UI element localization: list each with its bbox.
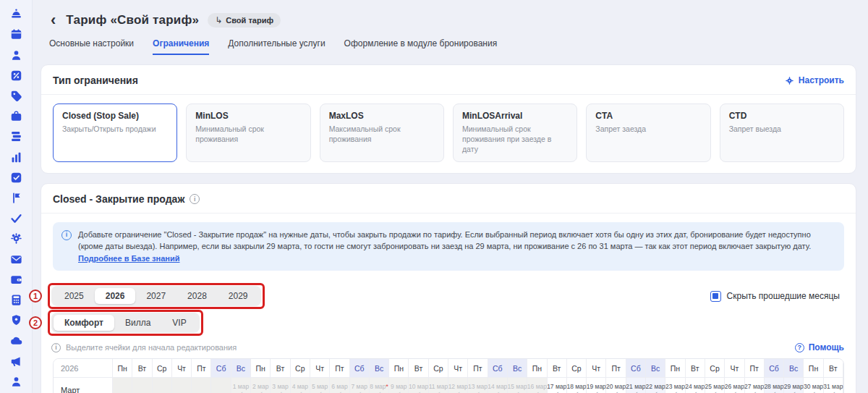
tag-icon[interactable] (9, 89, 23, 103)
date-label: 29 мар (784, 383, 804, 390)
announcement-icon[interactable] (9, 354, 23, 368)
calendar-day-cell[interactable]: 20 мар✓ (606, 378, 626, 393)
room-tab-villa[interactable]: Вилла (114, 315, 161, 331)
inbox-icon[interactable] (9, 252, 23, 266)
tab-booking-module[interactable]: Оформление в модуле бронирования (344, 38, 498, 55)
calendar-day-cell[interactable]: 8 мар*✓ (370, 378, 389, 393)
open-checkmark-icon: ✓ (277, 391, 283, 393)
tab-extra-services[interactable]: Дополнительные услуги (228, 38, 325, 55)
calendar-day-cell[interactable]: 26 мар✓ (725, 378, 744, 393)
calendar-day-cell[interactable]: 14 мар✓ (488, 378, 508, 393)
calendar-day-cell[interactable]: 6 мар✓ (330, 378, 349, 393)
calendar-day-cell[interactable]: 23 мар✓ (665, 378, 685, 393)
open-checkmark-icon: ✓ (357, 391, 362, 393)
wallet-icon[interactable] (9, 273, 23, 287)
calendar-day-cell[interactable]: 5 мар✓ (310, 378, 330, 393)
guests-icon[interactable] (9, 48, 23, 62)
calendar-day-cell[interactable]: 11 мар✓ (429, 378, 448, 393)
calendar-icon[interactable] (9, 28, 23, 41)
calendar-day-cell[interactable]: 4 мар✓ (291, 378, 310, 393)
analytics-icon[interactable] (9, 150, 23, 164)
closed-section-title: Closed - Закрытие продаж i (53, 193, 200, 205)
calendar-weekday-header: Ср (705, 359, 725, 378)
calendar-day-cell[interactable]: 21 мар✓ (626, 378, 646, 393)
type-card-cta[interactable]: CTA Запрет заезда (586, 103, 710, 162)
year-tab-2028[interactable]: 2028 (176, 288, 218, 304)
calendar-day-cell[interactable]: 25 мар✓ (705, 378, 725, 393)
calendar-weekday-header: Чт (172, 359, 192, 378)
security-shield-icon[interactable] (9, 313, 23, 327)
discount-icon[interactable] (9, 69, 23, 83)
calendar-day-cell[interactable]: 31 мар✓ (824, 378, 843, 393)
flag-icon[interactable] (9, 191, 23, 205)
calendar-day-cell[interactable]: 15 мар✓ (508, 378, 527, 393)
calendar-day-cell[interactable]: 29 мар✓ (784, 378, 804, 393)
calendar-weekday-header: Вс (370, 359, 389, 378)
calendar-day-cell[interactable]: 9 мар✓ (389, 378, 409, 393)
tariff-badge: ↳ Свой тариф (208, 13, 281, 28)
calendar-day-cell[interactable]: 3 мар✓ (271, 378, 290, 393)
knowledge-base-link[interactable]: Подробнее в Базе знаний (78, 254, 180, 263)
date-label: 20 мар (606, 383, 626, 390)
profile-icon[interactable] (9, 375, 23, 389)
type-card-maxlos[interactable]: MaxLOS Максимальный срок проживания (320, 103, 444, 162)
calendar-day-cell[interactable]: 24 мар✓ (686, 378, 705, 393)
calendar-weekday-header: Пн (389, 359, 409, 378)
catalog-icon[interactable] (9, 130, 23, 143)
calendar-weekday-header: Ср (153, 359, 172, 378)
calendar-day-cell[interactable]: 2 мар✓ (251, 378, 271, 393)
calendar-day-cell[interactable]: 13 мар✓ (468, 378, 488, 393)
tab-main-settings[interactable]: Основные настройки (49, 38, 134, 55)
calendar-day-cell[interactable]: 22 мар✓ (646, 378, 665, 393)
calendar-day-cell[interactable]: 28 мар✓ (765, 378, 784, 393)
tasks-icon[interactable] (9, 171, 23, 185)
open-checkmark-icon: ✓ (336, 391, 342, 393)
year-tabs: 2025 2026 2027 2028 2029 (51, 286, 261, 306)
hide-past-months-checkbox[interactable]: Скрыть прошедшие месяцы (710, 291, 840, 302)
calendar-day-cell[interactable]: 18 мар✓ (567, 378, 587, 393)
calendar-day-cell[interactable]: 16 мар✓ (527, 378, 547, 393)
calendar-day-cell[interactable]: 17 мар✓ (548, 378, 567, 393)
annotation-number-1: 1 (29, 290, 42, 303)
year-tab-2027[interactable]: 2027 (135, 288, 176, 304)
calendar-day-cell[interactable]: 1 мар✓ (231, 378, 251, 393)
calendar-empty-cell (153, 378, 172, 393)
tab-restrictions[interactable]: Ограничения (153, 38, 209, 55)
calculator-icon[interactable] (9, 293, 23, 307)
back-button[interactable]: ‹ (49, 14, 57, 27)
info-banner: i Добавьте ограничение "Closed - Закрыти… (53, 222, 844, 271)
year-tab-2029[interactable]: 2029 (218, 288, 259, 304)
annotation-number-2: 2 (29, 316, 42, 329)
calendar-weekday-header: Ср (429, 359, 448, 378)
calendar-weekday-header: Пн (804, 359, 823, 378)
calendar-day-cell[interactable]: 30 мар✓ (804, 378, 823, 393)
room-tab-vip[interactable]: VIP (161, 315, 197, 331)
housekeeping-check-icon[interactable] (9, 211, 23, 225)
type-card-closed[interactable]: Closed (Stop Sale) Закрыть/Открыть прода… (53, 103, 177, 162)
settings-gear-icon[interactable] (9, 232, 23, 245)
calendar-day-cell[interactable]: 19 мар✓ (587, 378, 606, 393)
room-tab-komfort[interactable]: Комфорт (54, 315, 114, 331)
date-label: 16 мар (527, 383, 547, 390)
cloud-icon[interactable] (9, 334, 23, 347)
year-tab-2026[interactable]: 2026 (95, 288, 136, 304)
date-label: 13 мар (468, 383, 488, 390)
calendar-day-cell[interactable]: 7 мар✓ (350, 378, 370, 393)
calendar-day-cell[interactable]: 27 мар✓ (745, 378, 765, 393)
reception-bell-icon[interactable] (9, 7, 23, 21)
type-card-ctd[interactable]: CTD Запрет выезда (720, 103, 844, 162)
type-card-minlosarrival[interactable]: MinLOSArrival Минимальный срок проживани… (453, 103, 577, 162)
briefcase-icon[interactable] (9, 109, 23, 123)
open-checkmark-icon: ✓ (376, 391, 382, 393)
calendar-day-cell[interactable]: 12 мар✓ (448, 378, 468, 393)
calendar-table: 2026ПнВтСрЧтПтСбВсПнВтСрЧтПтСбВсПнВтСрЧт… (53, 358, 844, 393)
calendar-weekday-header: Сб (765, 359, 784, 378)
type-card-minlos[interactable]: MinLOS Минимальный срок проживания (186, 103, 310, 162)
date-label: 7 мар (352, 383, 367, 390)
year-tab-2025[interactable]: 2025 (54, 288, 95, 304)
page-header: ‹ Тариф «Свой тариф» ↳ Свой тариф (49, 13, 856, 28)
calendar-weekday-header: Вт (824, 359, 843, 378)
help-link[interactable]: ? Помощь (795, 342, 844, 352)
calendar-day-cell[interactable]: 10 мар✓ (409, 378, 428, 393)
configure-button[interactable]: Настроить (785, 75, 844, 85)
